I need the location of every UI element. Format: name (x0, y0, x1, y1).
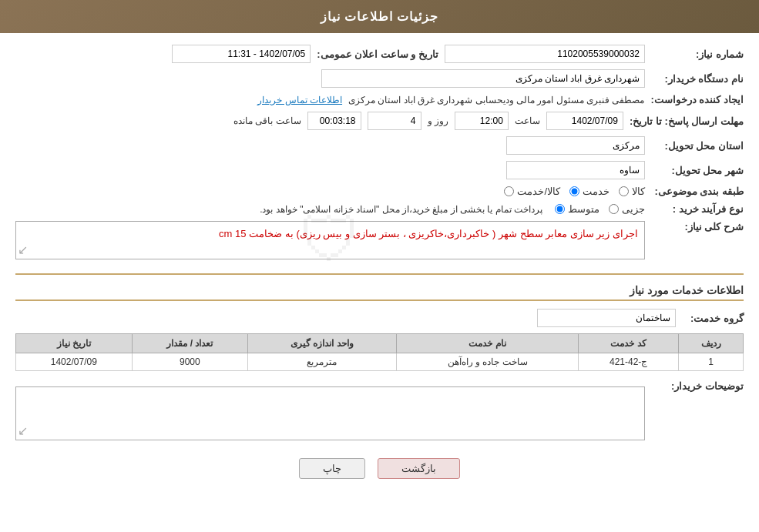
city-input[interactable] (506, 161, 645, 179)
description-row: شرح کلی نیاز: 🛡 اجرای زیر سازی معابر سطح… (15, 221, 744, 267)
buyer-org-row: نام دستگاه خریدار: (15, 69, 744, 88)
category-khedmat-radio[interactable] (569, 186, 579, 196)
resize-handle[interactable]: ↙ (18, 243, 28, 257)
page-title: جزئیات اطلاعات نیاز (321, 10, 439, 23)
services-section: اطلاعات خدمات مورد نیاز گروه خدمت: ردیف … (15, 284, 744, 371)
need-number-row: شماره نیاز: تاریخ و ساعت اعلان عمومی: (15, 45, 744, 63)
watermark-icon: 🛡 (300, 205, 361, 276)
cell-unit: مترمربع (248, 353, 397, 371)
services-table: ردیف کد خدمت نام خدمت واحد اندازه گیری ت… (15, 333, 744, 371)
page-header: جزئیات اطلاعات نیاز (0, 0, 759, 33)
need-number-input[interactable] (445, 45, 645, 63)
deadline-time-label: ساعت (515, 115, 540, 126)
category-row: طبقه بندی موضوعی: کالا خدمت کالا/خدمت (15, 186, 744, 197)
city-row: شهر محل تحویل: (15, 161, 744, 179)
comments-box: ↙ (15, 386, 645, 440)
col-quantity: تعداد / مقدار (132, 334, 247, 353)
print-button[interactable]: چاپ (299, 458, 365, 479)
category-kala-khedmat-label: کالا/خدمت (517, 186, 560, 197)
cell-code: ج-42-421 (579, 353, 679, 371)
province-row: استان محل تحویل: (15, 136, 744, 155)
back-button[interactable]: بازگشت (378, 458, 460, 479)
table-row: 1 ج-42-421 ساخت جاده و راه‌آهن مترمربع 9… (16, 353, 744, 371)
province-label: استان محل تحویل: (651, 140, 744, 152)
deadline-time-input[interactable] (455, 112, 509, 130)
deadline-remaining-label: ساعت باقی مانده (233, 115, 301, 126)
province-input[interactable] (506, 136, 645, 155)
city-label: شهر محل تحویل: (651, 165, 744, 176)
category-radio-group: کالا خدمت کالا/خدمت (504, 186, 645, 197)
cell-quantity: 9000 (132, 353, 247, 371)
col-name: نام خدمت (396, 334, 578, 353)
service-group-row: گروه خدمت: (15, 309, 744, 327)
purchase-jozii-radio[interactable] (609, 204, 619, 214)
description-label: شرح کلی نیاز: (651, 221, 744, 233)
purchase-note: پرداخت تمام یا بخشی از مبلغ خرید،از محل … (260, 204, 542, 215)
col-rownum: ردیف (679, 334, 744, 353)
purchase-motavaset-label: متوسط (568, 203, 599, 215)
purchase-jozii: جزیی (609, 203, 645, 215)
cell-date: 1402/07/09 (16, 353, 133, 371)
deadline-remaining-input[interactable] (307, 112, 361, 130)
need-number-label: شماره نیاز: (651, 49, 744, 60)
footer-buttons: بازگشت چاپ (15, 447, 744, 490)
purchase-motavaset: متوسط (555, 203, 599, 215)
comments-label: توضیحات خریدار: (651, 380, 744, 392)
deadline-row: مهلت ارسال پاسخ: تا تاریخ: ساعت روز و سا… (15, 112, 744, 130)
deadline-days-label: روز و (428, 115, 448, 126)
creator-name: مصطفی فنبری مسئول امور مالی ودیحسابی شهر… (348, 95, 644, 105)
purchase-type-label: نوع فرآیند خرید : (651, 203, 744, 215)
category-khedmat-label: خدمت (583, 186, 610, 197)
cell-name: ساخت جاده و راه‌آهن (396, 353, 578, 371)
description-text: اجرای زیر سازی معابر سطح شهر ( خاکبرداری… (219, 228, 638, 239)
page-wrapper: جزئیات اطلاعات نیاز شماره نیاز: تاریخ و … (0, 0, 759, 532)
buyer-org-label: نام دستگاه خریدار: (651, 73, 744, 85)
purchase-jozii-label: جزیی (622, 203, 645, 215)
category-label: طبقه بندی موضوعی: (651, 186, 744, 197)
description-box: 🛡 اجرای زیر سازی معابر سطح شهر ( خاکبردا… (15, 221, 645, 259)
contact-link[interactable]: اطلاعات تماس خریدار (257, 95, 342, 105)
creator-label: ایجاد کننده درخواست: (650, 94, 744, 105)
deadline-label: مهلت ارسال پاسخ: تا تاریخ: (630, 115, 744, 127)
buyer-org-input[interactable] (321, 69, 645, 88)
creator-row: ایجاد کننده درخواست: مصطفی فنبری مسئول ا… (15, 94, 744, 105)
category-kala-radio[interactable] (619, 186, 629, 196)
col-date: تاریخ نیاز (16, 334, 133, 353)
section-divider (15, 273, 744, 275)
content-area: شماره نیاز: تاریخ و ساعت اعلان عمومی: نا… (0, 33, 759, 502)
col-unit: واحد اندازه گیری (248, 334, 397, 353)
announcement-input[interactable] (172, 45, 311, 63)
announcement-label: تاریخ و ساعت اعلان عمومی: (317, 49, 438, 60)
purchase-motavaset-radio[interactable] (555, 204, 565, 214)
services-title: اطلاعات خدمات مورد نیاز (15, 284, 744, 301)
purchase-type-radio-group: جزیی متوسط (555, 203, 645, 215)
comments-resize-handle[interactable]: ↙ (18, 423, 28, 438)
col-code: کد خدمت (579, 334, 679, 353)
service-group-label: گروه خدمت: (682, 313, 744, 324)
category-kala: کالا (619, 186, 645, 197)
cell-rownum: 1 (679, 353, 744, 371)
category-kala-khedmat-radio[interactable] (504, 186, 514, 196)
table-header-row: ردیف کد خدمت نام خدمت واحد اندازه گیری ت… (16, 334, 744, 353)
purchase-type-row: نوع فرآیند خرید : جزیی متوسط پرداخت تمام… (15, 203, 744, 215)
deadline-days-input[interactable] (368, 112, 421, 130)
category-kala-label: کالا (632, 186, 645, 197)
category-kala-khedmat: کالا/خدمت (504, 186, 560, 197)
category-khedmat: خدمت (569, 186, 610, 197)
comments-row: توضیحات خریدار: ↙ (15, 380, 744, 440)
service-group-input[interactable] (537, 309, 676, 327)
deadline-date-input[interactable] (546, 112, 623, 130)
